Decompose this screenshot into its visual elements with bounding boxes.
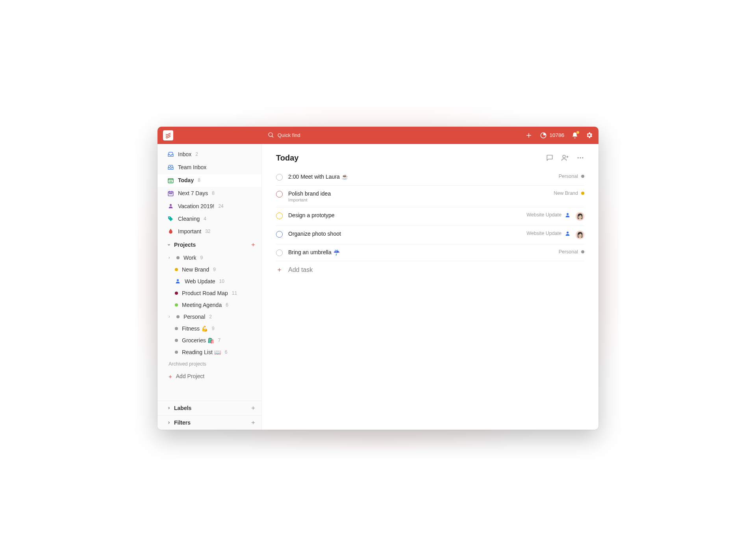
svg-point-16 — [170, 204, 172, 206]
nav-item-important[interactable]: Important32 — [158, 225, 261, 238]
nav-item-team-inbox[interactable]: Team Inbox — [158, 161, 261, 174]
svg-point-13 — [169, 193, 169, 194]
top-bar: Quick find 10786 — [158, 127, 598, 144]
project-label: Web Update — [185, 278, 215, 284]
comments-button[interactable] — [546, 154, 554, 162]
project-color-dot — [175, 303, 178, 307]
add-label-icon[interactable] — [250, 405, 256, 411]
filters-label: Filters — [174, 419, 191, 426]
person-icon — [175, 278, 181, 284]
nav-item-label: Cleaning — [178, 216, 200, 222]
add-task-button[interactable] — [525, 131, 533, 139]
project-item-work[interactable]: ›Work9 — [158, 252, 261, 264]
project-item-product-road-map[interactable]: Product Road Map11 — [158, 287, 261, 299]
app-logo[interactable] — [163, 130, 173, 140]
add-project-label: Add Project — [176, 373, 204, 379]
add-project-row[interactable]: + Add Project — [158, 370, 261, 383]
plus-icon: + — [169, 373, 172, 380]
project-color-dot — [176, 256, 180, 259]
more-options-button[interactable] — [576, 154, 584, 162]
karma-points: 10786 — [549, 132, 564, 138]
inbox-icon — [167, 151, 174, 158]
labels-section-header[interactable]: Labels — [158, 401, 261, 415]
project-item-web-update[interactable]: Web Update10 — [158, 275, 261, 287]
nav-item-today[interactable]: 21Today8 — [158, 174, 261, 187]
project-item-meeting-agenda[interactable]: Meeting Agenda6 — [158, 299, 261, 311]
task-checkbox[interactable] — [276, 231, 283, 238]
nav-item-next-7-days[interactable]: Next 7 Days8 — [158, 187, 261, 200]
projects-section-header[interactable]: Projects — [158, 238, 261, 252]
project-count: 9 — [212, 326, 215, 331]
project-color-dot — [581, 192, 584, 195]
task-row[interactable]: Bring an umbrella ☔Personal — [276, 244, 584, 261]
search-placeholder: Quick find — [278, 132, 300, 138]
nav-item-count: 32 — [205, 229, 210, 234]
project-item-reading-list-[interactable]: Reading List 📖6 — [158, 346, 261, 358]
project-color-dot — [175, 292, 178, 295]
project-item-new-brand[interactable]: New Brand9 — [158, 264, 261, 275]
task-title: Polish brand idea — [288, 190, 548, 197]
project-label: Meeting Agenda — [182, 302, 222, 308]
project-color-dot — [581, 250, 584, 253]
svg-point-32 — [567, 231, 569, 233]
notifications-button[interactable] — [571, 132, 578, 139]
project-count: 6 — [226, 302, 228, 308]
main-content: Today 2:00 Meet with Laura ☕PersonalPoli… — [262, 144, 598, 430]
nav-item-count: 8 — [212, 190, 215, 196]
svg-point-5 — [170, 166, 171, 167]
chevron-right-icon — [167, 421, 171, 425]
nav-item-count: 24 — [218, 203, 223, 209]
nav-item-vacation-2019-[interactable]: Vacation 2019!24 — [158, 200, 261, 212]
add-project-icon[interactable] — [250, 242, 256, 248]
svg-point-0 — [269, 133, 272, 137]
add-task-label: Add task — [288, 266, 313, 273]
nav-item-count: 4 — [204, 216, 206, 222]
app-window: Quick find 10786 Inbox2Team Inbox21Today… — [158, 127, 598, 430]
svg-point-29 — [580, 157, 581, 159]
svg-point-31 — [567, 213, 569, 215]
svg-line-1 — [272, 136, 274, 138]
filters-section-header[interactable]: Filters — [158, 415, 261, 430]
notification-dot — [576, 131, 579, 134]
team-inbox-icon — [167, 164, 174, 171]
nav-item-inbox[interactable]: Inbox2 — [158, 148, 261, 161]
calendar-icon — [167, 190, 174, 197]
today-icon: 21 — [167, 177, 174, 184]
project-item-personal[interactable]: ›Personal2 — [158, 311, 261, 323]
more-icon — [576, 154, 584, 162]
nav-item-cleaning[interactable]: Cleaning4 — [158, 212, 261, 225]
svg-point-25 — [563, 155, 565, 158]
settings-button[interactable] — [586, 131, 593, 139]
add-filter-icon[interactable] — [250, 420, 256, 425]
task-project-label: Personal — [559, 249, 578, 255]
drop-icon — [167, 228, 174, 234]
project-item-fitness-[interactable]: Fitness 💪9 — [158, 323, 261, 334]
search[interactable]: Quick find — [268, 132, 300, 139]
task-checkbox[interactable] — [276, 174, 283, 181]
tag-icon — [167, 216, 174, 222]
project-label: Product Road Map — [182, 290, 228, 296]
project-count: 9 — [200, 255, 203, 260]
assignee-avatar[interactable]: 👩🏻 — [576, 231, 584, 239]
task-checkbox[interactable] — [276, 191, 283, 198]
chevron-right-icon: › — [169, 255, 172, 260]
task-row[interactable]: 2:00 Meet with Laura ☕Personal — [276, 169, 584, 186]
person-icon — [565, 212, 570, 218]
task-project-label: Website Update — [526, 212, 561, 218]
nav-item-label: Next 7 Days — [178, 190, 208, 196]
nav-item-label: Team Inbox — [178, 164, 206, 170]
share-button[interactable] — [561, 154, 569, 162]
task-checkbox[interactable] — [276, 212, 283, 219]
plus-icon: + — [276, 266, 283, 274]
task-row[interactable]: Polish brand ideaImportantNew Brand — [276, 186, 584, 207]
assignee-avatar[interactable]: 👩🏻 — [576, 212, 584, 221]
project-item-groceries-[interactable]: Groceries 🛍️7 — [158, 334, 261, 346]
task-row[interactable]: Organize photo shootWebsite Update👩🏻 — [276, 226, 584, 244]
project-color-dot — [581, 175, 584, 178]
task-meta: Website Update — [526, 212, 570, 218]
karma-button[interactable]: 10786 — [540, 132, 564, 139]
task-row[interactable]: Design a prototypeWebsite Update👩🏻 — [276, 207, 584, 226]
task-checkbox[interactable] — [276, 249, 283, 256]
archived-projects-link[interactable]: Archived projects — [158, 358, 261, 370]
add-task-row[interactable]: + Add task — [276, 261, 584, 279]
